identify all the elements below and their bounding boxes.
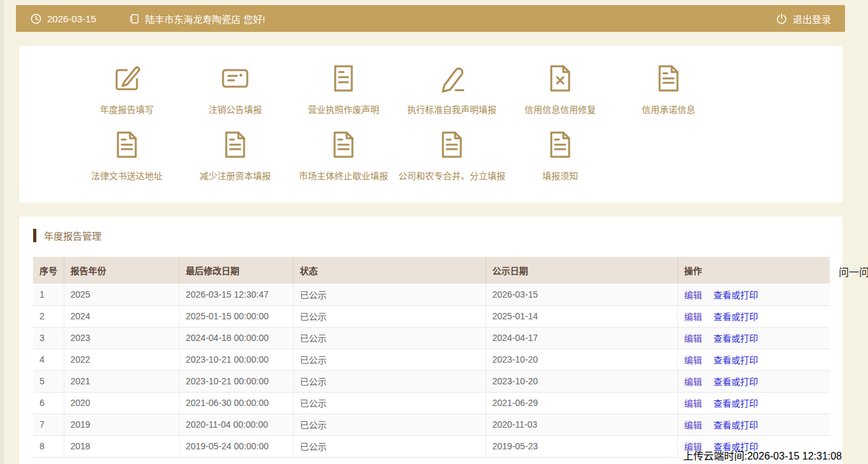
action-business-suspension[interactable]: 市场主体终止歇业填报 (289, 129, 398, 182)
cell-index: 6 (33, 392, 64, 414)
cell-actions: 编辑 查看或打印 (677, 370, 830, 392)
action-label: 营业执照作废声明 (308, 103, 379, 115)
document-fold-lines-icon (437, 129, 467, 160)
annual-report-card: 年度报告管理 序号 报告年份 最后修改日期 状态 公示日期 操作 1 2025 … (19, 217, 843, 464)
view-or-print-link[interactable]: 查看或打印 (713, 377, 758, 387)
action-merger-division[interactable]: 公司和农专合并、分立填报 (398, 129, 506, 182)
action-label: 法律文书送达地址 (91, 169, 163, 182)
view-or-print-link[interactable]: 查看或打印 (713, 290, 758, 300)
header-index: 序号 (33, 257, 64, 284)
document-fold-lines-icon (328, 129, 359, 160)
cell-index: 3 (33, 327, 64, 349)
edit-link[interactable]: 编辑 (684, 420, 702, 430)
view-or-print-link[interactable]: 查看或打印 (713, 420, 758, 430)
action-license-void-declaration[interactable]: 营业执照作废声明 (289, 63, 398, 115)
cell-actions: 编辑 查看或打印 (677, 392, 830, 414)
cell-year: 2023 (64, 327, 179, 349)
cell-index: 7 (33, 414, 64, 435)
table-row: 7 2019 2020-11-04 00:00:00 已公示 2020-11-0… (33, 414, 830, 435)
view-or-print-link[interactable]: 查看或打印 (713, 355, 758, 365)
action-label: 市场主体终止歇业填报 (299, 169, 388, 182)
cell-index: 8 (33, 435, 64, 457)
cell-published: 2024-04-17 (486, 327, 677, 349)
action-annual-report-fill[interactable]: 年度报告填写 (73, 63, 181, 115)
cell-published: 2019-05-23 (486, 435, 677, 457)
edit-link[interactable]: 编辑 (684, 312, 702, 322)
action-credit-commitment[interactable]: 信用承诺信息 (614, 63, 723, 115)
cell-actions: 编辑 查看或打印 (677, 349, 830, 370)
cell-year: 2025 (64, 284, 179, 305)
action-cancellation-announcement[interactable]: 注销公告填报 (181, 63, 289, 115)
document-x-icon (545, 63, 575, 94)
view-or-print-link[interactable]: 查看或打印 (713, 333, 758, 344)
cell-modified: 2026-03-15 12:30:47 (179, 284, 293, 305)
action-credit-repair[interactable]: 信用信息信用修复 (506, 63, 614, 115)
document-lines-icon (328, 63, 359, 94)
cell-status: 已公示 (293, 284, 486, 305)
cell-published: 2023-10-20 (486, 370, 677, 392)
cell-actions: 编辑 查看或打印 (677, 284, 830, 305)
cell-published: 2023-10-20 (486, 349, 677, 370)
edit-link[interactable]: 编辑 (684, 333, 702, 344)
title-accent-bar (33, 229, 36, 242)
upload-time-watermark: 上传云端时间:2026-03-15 12:31:08 (683, 447, 842, 463)
cell-year: 2018 (64, 435, 179, 457)
edit-link[interactable]: 编辑 (684, 290, 702, 300)
action-standard-self-declaration[interactable]: 执行标准自我声明填报 (398, 63, 506, 115)
edit-link[interactable]: 编辑 (684, 355, 702, 365)
view-or-print-link[interactable]: 查看或打印 (713, 312, 758, 322)
cell-status: 已公示 (293, 327, 486, 349)
current-date: 2026-03-15 (47, 13, 96, 24)
table-row: 3 2023 2024-04-18 00:00:00 已公示 2024-04-1… (33, 327, 830, 349)
ask-question-widget[interactable]: 问一问 (839, 264, 868, 279)
cell-modified: 2025-01-15 00:00:00 (179, 305, 293, 327)
announcement-card-icon (220, 63, 250, 94)
cell-actions: 编辑 查看或打印 (677, 305, 830, 327)
cell-year: 2019 (64, 414, 179, 435)
document-fold-lines-icon (545, 129, 575, 160)
logout-button[interactable]: 退出登录 (776, 12, 831, 25)
cell-status: 已公示 (293, 392, 486, 414)
cell-status: 已公示 (293, 414, 486, 435)
edit-link[interactable]: 编辑 (684, 398, 702, 409)
page-title: 年度报告管理 (44, 229, 101, 242)
cell-actions: 编辑 查看或打印 (677, 327, 830, 349)
header-status: 状态 (293, 257, 486, 284)
cell-index: 5 (33, 370, 64, 392)
cell-status: 已公示 (293, 349, 486, 370)
cell-modified: 2023-10-21 00:00:00 (179, 370, 293, 392)
view-or-print-link[interactable]: 查看或打印 (713, 398, 758, 409)
cell-status: 已公示 (293, 370, 486, 392)
quick-actions-card: 年度报告填写 注销公告填报 营业执照作废声明 执行标准自我声明填报 (19, 46, 843, 203)
action-legal-document-address[interactable]: 法律文书送达地址 (73, 129, 181, 182)
cell-index: 2 (33, 305, 64, 327)
cell-year: 2021 (64, 370, 179, 392)
document-fold-lines-icon (112, 129, 142, 160)
action-label: 年度报告填写 (100, 103, 154, 115)
action-filing-instructions[interactable]: 填报须知 (506, 129, 614, 182)
clock-icon (30, 13, 42, 25)
logout-label: 退出登录 (793, 12, 831, 25)
cell-year: 2020 (64, 392, 179, 414)
header-report-year: 报告年份 (64, 257, 179, 284)
action-reduce-registered-capital[interactable]: 减少注册资本填报 (181, 129, 289, 182)
cell-modified: 2021-06-30 00:00:00 (179, 392, 293, 414)
pencil-underline-icon (437, 63, 467, 94)
cell-modified: 2024-04-18 00:00:00 (179, 327, 293, 349)
cell-published: 2026-03-15 (486, 284, 677, 305)
cell-modified: 2020-11-04 00:00:00 (179, 414, 293, 435)
action-label: 注销公告填报 (208, 103, 262, 115)
cell-index: 1 (33, 284, 64, 305)
cell-status: 已公示 (293, 305, 486, 327)
topbar-company-group: 陆丰市东海龙寿陶瓷店 您好! (128, 12, 265, 25)
action-label: 公司和农专合并、分立填报 (398, 169, 505, 182)
cell-year: 2024 (64, 305, 179, 327)
document-fold-lines-icon (220, 129, 250, 160)
cell-modified: 2019-05-24 00:00:00 (179, 435, 293, 457)
edit-link[interactable]: 编辑 (684, 377, 702, 387)
action-label: 执行标准自我声明填报 (407, 103, 496, 115)
header-actions: 操作 (677, 257, 830, 284)
header-publish-date: 公示日期 (486, 257, 677, 284)
cell-published: 2021-06-29 (486, 392, 677, 414)
quick-actions-row-2: 法律文书送达地址 减少注册资本填报 市场主体终止歇业填报 公司和农专合并、分立填… (73, 129, 843, 182)
